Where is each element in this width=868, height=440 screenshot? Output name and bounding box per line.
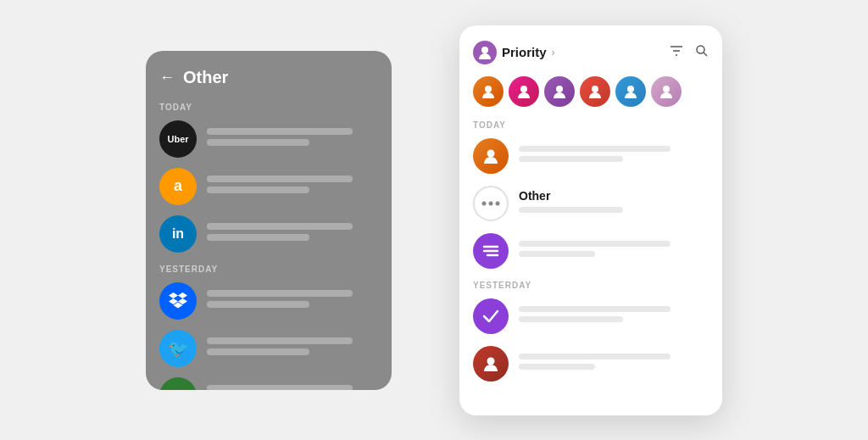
avatar-3[interactable] <box>544 76 575 107</box>
avatar-4[interactable] <box>580 76 610 107</box>
back-card: ← Other TODAY Uber a in YESTERDA <box>146 51 392 390</box>
list-item[interactable] <box>159 282 378 320</box>
list-item[interactable]: in <box>159 215 378 253</box>
front-yesterday-label: YESTERDAY <box>473 281 709 290</box>
item-text <box>207 223 378 245</box>
text-line <box>207 385 353 390</box>
svg-point-3 <box>485 86 492 92</box>
text-line <box>207 187 309 193</box>
text-line <box>519 156 623 162</box>
text-line <box>519 354 670 359</box>
cloud-icon: ☁ <box>159 377 197 390</box>
priority-label: Priority <box>502 45 547 59</box>
item-text <box>207 128 378 150</box>
svg-point-8 <box>663 86 670 92</box>
back-card-header: ← Other <box>159 68 378 87</box>
item-text <box>519 306 709 326</box>
svg-point-6 <box>592 86 598 92</box>
list-item[interactable]: a <box>159 168 378 205</box>
person2-avatar-icon <box>473 346 509 382</box>
filter-icon[interactable] <box>670 44 683 61</box>
svg-point-7 <box>627 86 634 92</box>
text-line <box>207 290 353 297</box>
twitter-icon: 🐦 <box>159 330 197 367</box>
avatar-6[interactable] <box>651 76 682 107</box>
list-item[interactable] <box>473 346 709 382</box>
text-line <box>207 348 309 355</box>
back-card-title: Other <box>183 68 228 87</box>
list-item[interactable]: ☁ <box>159 377 378 390</box>
front-today-label: TODAY <box>473 120 709 130</box>
svg-point-0 <box>481 47 488 53</box>
dropbox-icon <box>159 282 197 320</box>
text-line <box>207 234 309 241</box>
list-item[interactable] <box>473 233 709 269</box>
back-arrow-icon[interactable]: ← <box>159 69 175 86</box>
priority-group[interactable]: Priority › <box>473 41 555 64</box>
item-text: Other <box>519 189 709 217</box>
text-line <box>519 146 670 152</box>
item-text <box>519 146 709 166</box>
item-text <box>207 175 378 198</box>
back-today-label: TODAY <box>159 103 378 112</box>
priority-avatar <box>473 41 497 64</box>
list-item[interactable]: 🐦 <box>159 330 378 367</box>
item-text <box>207 385 378 390</box>
svg-point-5 <box>556 86 563 92</box>
scene: ← Other TODAY Uber a in YESTERDA <box>146 25 722 415</box>
item-text <box>519 354 709 374</box>
avatar-1[interactable] <box>473 76 504 107</box>
avatar-5[interactable] <box>615 76 646 107</box>
amazon-icon: a <box>159 168 197 205</box>
person-avatar-icon <box>473 138 509 174</box>
uber-icon: Uber <box>159 120 197 158</box>
text-line <box>207 175 353 182</box>
front-card: Priority › <box>459 25 722 415</box>
list-item[interactable] <box>473 138 709 174</box>
svg-point-9 <box>487 149 495 157</box>
linkedin-icon: in <box>159 215 197 253</box>
front-card-header: Priority › <box>473 41 709 64</box>
svg-line-2 <box>704 53 707 56</box>
search-icon[interactable] <box>695 44 709 61</box>
list-item-other[interactable]: Other <box>473 186 709 221</box>
check-icon <box>473 298 509 334</box>
back-yesterday-label: YESTERDAY <box>159 265 378 274</box>
svg-point-4 <box>520 86 527 92</box>
item-text <box>207 337 378 359</box>
other-dots-icon <box>473 186 509 221</box>
svg-point-12 <box>496 201 500 205</box>
list-item[interactable]: Uber <box>159 120 378 158</box>
text-line <box>519 251 595 257</box>
avatar-row <box>473 76 709 107</box>
text-line <box>207 223 353 230</box>
avatar-2[interactable] <box>509 76 539 107</box>
svg-point-10 <box>482 201 487 205</box>
list-item[interactable] <box>473 298 709 334</box>
item-text <box>207 290 378 312</box>
menu-icon <box>473 233 509 269</box>
text-line <box>519 316 623 322</box>
text-line <box>519 364 595 370</box>
text-line <box>519 207 623 213</box>
text-line <box>207 337 353 344</box>
other-label: Other <box>519 189 709 203</box>
svg-point-1 <box>697 46 704 53</box>
text-line <box>519 306 670 312</box>
header-actions <box>670 44 709 61</box>
chevron-right-icon: › <box>552 47 555 58</box>
text-line <box>207 301 309 308</box>
text-line <box>519 241 670 247</box>
text-line <box>207 128 353 135</box>
svg-point-16 <box>487 357 495 365</box>
text-line <box>207 139 309 146</box>
item-text <box>519 241 709 261</box>
svg-point-11 <box>489 201 493 205</box>
